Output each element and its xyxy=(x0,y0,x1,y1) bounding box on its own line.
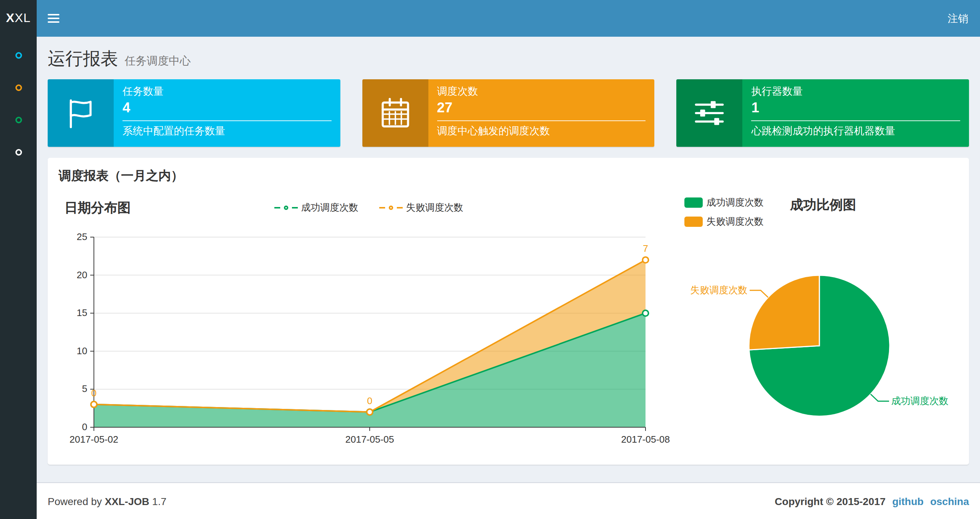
navbar: 注销 xyxy=(37,0,980,37)
powered-by: Powered by XXL-JOB 1.7 xyxy=(48,495,167,507)
sidebar xyxy=(0,37,37,519)
date-distribution-chart-block: 日期分布图 成功调度次数失败调度次数 05101520252017-05-022… xyxy=(59,195,679,453)
pie-chart-title: 成功比例图 xyxy=(790,196,856,214)
info-box-value: 1 xyxy=(751,100,960,116)
top-navbar: XXL 注销 xyxy=(0,0,980,37)
divider xyxy=(123,120,331,121)
svg-text:5: 5 xyxy=(82,383,87,394)
info-box-description: 系统中配置的任务数量 xyxy=(123,125,331,138)
swatch-icon xyxy=(684,198,703,208)
svg-text:7: 7 xyxy=(643,243,648,254)
info-box-executors: 执行器数量 1 心跳检测成功的执行器机器数量 xyxy=(677,79,969,147)
circle-icon xyxy=(15,84,22,91)
page-title-text: 运行报表 xyxy=(48,47,118,70)
line-marker-icon xyxy=(274,207,280,209)
logo-text: XXL xyxy=(6,11,30,26)
info-box-description: 调度中心触发的调度次数 xyxy=(437,125,646,138)
report-panel: 调度报表（一月之内） 日期分布图 成功调度次数失败调度次数 0510152025… xyxy=(48,158,969,465)
page-title: 运行报表 任务调度中心 xyxy=(48,47,969,70)
info-box-title: 执行器数量 xyxy=(751,85,960,98)
circle-icon xyxy=(15,52,22,58)
divider xyxy=(751,120,960,121)
info-box-description: 心跳检测成功的执行器机器数量 xyxy=(751,125,960,138)
circle-icon xyxy=(15,149,22,155)
info-box-jobs: 任务数量 4 系统中配置的任务数量 xyxy=(48,79,340,147)
line-marker-icon xyxy=(291,207,298,209)
info-box-value: 4 xyxy=(123,100,331,116)
line-marker-icon xyxy=(396,207,402,209)
pie-chart-legend: 成功调度次数失败调度次数 xyxy=(684,196,764,228)
hamburger-icon xyxy=(48,14,59,15)
logout-link[interactable]: 注销 xyxy=(936,0,980,37)
line-marker-icon xyxy=(283,206,288,210)
info-box-value: 27 xyxy=(437,100,646,116)
flag-icon xyxy=(48,79,114,147)
content: 任务数量 4 系统中配置的任务数量 xyxy=(37,79,980,465)
line-chart-legend: 成功调度次数失败调度次数 xyxy=(59,201,679,214)
info-box-row: 任务数量 4 系统中配置的任务数量 xyxy=(48,79,969,147)
svg-text:15: 15 xyxy=(76,307,87,318)
svg-text:2017-05-08: 2017-05-08 xyxy=(621,434,670,445)
panel-body: 日期分布图 成功调度次数失败调度次数 05101520252017-05-022… xyxy=(48,187,969,465)
sidebar-item[interactable] xyxy=(0,136,37,168)
line-marker-icon xyxy=(379,207,385,209)
sliders-icon xyxy=(677,79,743,147)
info-box-title: 调度次数 xyxy=(437,85,646,98)
circle-icon xyxy=(15,117,22,123)
panel-title: 调度报表（一月之内） xyxy=(48,158,969,187)
line-chart-title: 日期分布图 xyxy=(65,199,130,217)
svg-text:20: 20 xyxy=(76,270,87,280)
sidebar-item[interactable] xyxy=(0,71,37,104)
svg-text:2017-05-02: 2017-05-02 xyxy=(70,434,118,445)
page-subtitle: 任务调度中心 xyxy=(125,54,191,68)
content-header: 运行报表 任务调度中心 xyxy=(37,37,980,79)
svg-text:失败调度次数: 失败调度次数 xyxy=(690,284,748,295)
svg-text:10: 10 xyxy=(76,345,87,356)
date-distribution-chart[interactable]: 05101520252017-05-022017-05-052017-05-08… xyxy=(59,221,679,450)
sidebar-toggle-button[interactable] xyxy=(37,0,70,37)
copyright-text: Copyright © 2015-2017 xyxy=(775,495,885,507)
info-box-triggers: 调度次数 27 调度中心触发的调度次数 xyxy=(362,79,654,147)
svg-text:25: 25 xyxy=(76,231,87,242)
app-logo[interactable]: XXL xyxy=(0,0,37,37)
svg-text:0: 0 xyxy=(82,422,87,433)
github-link[interactable]: github xyxy=(892,495,924,507)
sidebar-item[interactable] xyxy=(0,104,37,136)
svg-text:2017-05-05: 2017-05-05 xyxy=(345,434,394,445)
legend-item[interactable]: 成功调度次数 xyxy=(274,201,358,214)
info-box-title: 任务数量 xyxy=(123,85,331,98)
oschina-link[interactable]: oschina xyxy=(930,495,969,507)
content-wrapper: 运行报表 任务调度中心 任务数量 4 xyxy=(37,37,980,482)
app-root: XXL 注销 运行报表 任务调度中心 xyxy=(0,0,980,519)
swatch-icon xyxy=(684,217,703,227)
success-ratio-pie-chart[interactable]: 成功调度次数失败调度次数 xyxy=(680,228,959,449)
success-ratio-chart-block: 成功调度次数失败调度次数 成功比例图 成功调度次数失败调度次数 xyxy=(679,195,963,453)
svg-text:0: 0 xyxy=(367,395,372,406)
footer: Powered by XXL-JOB 1.7 Copyright © 2015-… xyxy=(37,482,980,519)
line-marker-icon xyxy=(388,206,393,210)
legend-item[interactable]: 失败调度次数 xyxy=(379,201,463,214)
calendar-icon xyxy=(362,79,428,147)
legend-item[interactable]: 成功调度次数 xyxy=(684,196,764,209)
product-name: XXL-JOB xyxy=(105,495,149,507)
product-version: 1.7 xyxy=(152,495,167,507)
sidebar-item[interactable] xyxy=(0,39,37,71)
svg-text:成功调度次数: 成功调度次数 xyxy=(891,395,948,406)
svg-text:0: 0 xyxy=(91,388,97,399)
legend-item[interactable]: 失败调度次数 xyxy=(684,215,764,228)
divider xyxy=(437,120,646,121)
